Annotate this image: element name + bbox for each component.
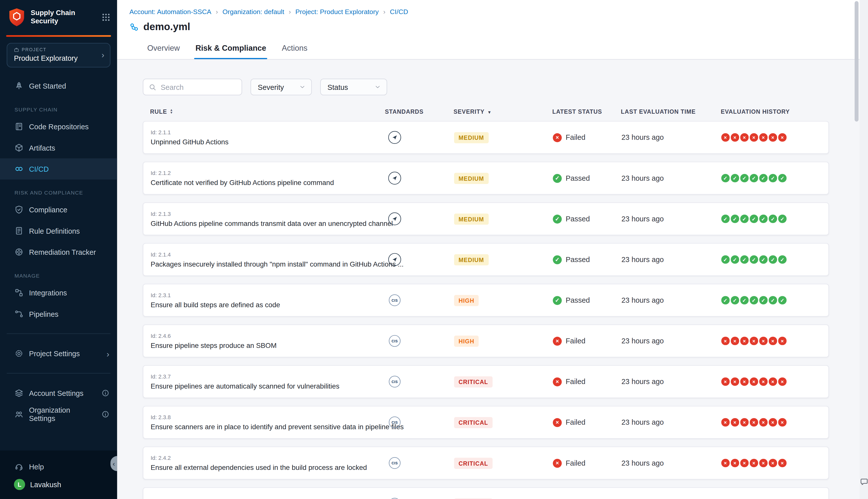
sidebar-item-artifacts[interactable]: Artifacts bbox=[0, 137, 117, 158]
history-pass-icon: ✓ bbox=[750, 215, 758, 223]
sidebar-item-code-repositories[interactable]: Code Repositories bbox=[0, 116, 117, 137]
sidebar-item-pipelines[interactable]: Pipelines bbox=[0, 303, 117, 324]
sidebar-item-help[interactable]: Help bbox=[0, 458, 117, 476]
sidebar-item-ci-cd[interactable]: CI/CD bbox=[0, 158, 117, 180]
pipelines-icon bbox=[14, 309, 24, 318]
table-row[interactable]: Id: 2.3.8 Ensure scanners are in place t… bbox=[143, 406, 829, 439]
sort-icon bbox=[170, 109, 173, 114]
sidebar-item-account-settings[interactable]: Account Settings bbox=[0, 382, 117, 404]
history-pass-icon: ✓ bbox=[778, 256, 786, 264]
failed-icon: × bbox=[553, 336, 562, 345]
breadcrumb-link[interactable]: CI/CD bbox=[390, 8, 408, 15]
history-pass-icon: ✓ bbox=[721, 296, 730, 304]
history-pass-icon: ✓ bbox=[759, 296, 767, 304]
history-fail-icon: × bbox=[778, 378, 786, 386]
rule-id: Id: 2.4.2 bbox=[151, 454, 386, 461]
sort-desc-icon bbox=[487, 108, 492, 115]
column-header-rule[interactable]: RULE bbox=[150, 108, 385, 115]
history-pass-icon: ✓ bbox=[759, 174, 767, 182]
history-fail-icon: × bbox=[750, 459, 758, 467]
sidebar-item-rule-definitions[interactable]: Rule Definitions bbox=[0, 220, 117, 241]
search-box bbox=[143, 78, 242, 95]
last-evaluation-time: 23 hours ago bbox=[622, 133, 721, 142]
severity-badge: MEDIUM bbox=[454, 132, 489, 143]
table-row[interactable]: Id: 2.1.2 Certificate not verified by Gi… bbox=[143, 162, 829, 195]
evaluation-history: ✓✓✓✓✓✓✓ bbox=[721, 256, 828, 264]
user-menu[interactable]: L Lavakush bbox=[0, 476, 117, 494]
status-label: Passed bbox=[566, 296, 590, 304]
history-fail-icon: × bbox=[721, 459, 730, 467]
table-row[interactable]: Id: 2.1.3 GitHub Actions pipeline comman… bbox=[143, 202, 829, 235]
evaluation-history: ××××××× bbox=[721, 378, 828, 386]
severity-filter-dropdown[interactable]: Severity bbox=[250, 78, 312, 95]
github-actions-standard-icon bbox=[388, 253, 401, 266]
cicd-icon bbox=[14, 165, 24, 173]
rule-name: Unpinned GitHub Actions bbox=[151, 138, 386, 146]
table-row[interactable]: Id: 2.3.7 Ensure pipelines are automatic… bbox=[143, 365, 829, 398]
title-row: demo.yml bbox=[129, 20, 868, 33]
table-header: RULESTANDARDSSEVERITYLATEST STATUSLAST E… bbox=[143, 108, 829, 115]
breadcrumb-link[interactable]: Account: Automation-SSCA bbox=[129, 8, 211, 15]
module-switcher-icon[interactable] bbox=[101, 13, 110, 22]
risk-compliance-panel: Severity Status RULESTANDARDSSEVERITYLAT… bbox=[117, 60, 868, 499]
evaluation-history: ××××××× bbox=[721, 418, 828, 426]
failed-icon: × bbox=[553, 459, 562, 467]
avatar: L bbox=[14, 479, 25, 490]
history-pass-icon: ✓ bbox=[740, 174, 748, 182]
paper-plane-icon bbox=[391, 134, 398, 140]
sidebar-item-organization-settings[interactable]: Organization Settings bbox=[0, 404, 117, 425]
evaluation-history: ✓✓✓✓✓✓✓ bbox=[721, 296, 828, 304]
last-evaluation-time: 23 hours ago bbox=[622, 337, 721, 345]
filter-bar: Severity Status bbox=[143, 78, 868, 95]
table-row[interactable]: Id: 2.4.2 Ensure all external dependenci… bbox=[143, 447, 829, 479]
passed-icon: ✓ bbox=[553, 296, 562, 305]
chat-support-icon[interactable] bbox=[860, 478, 868, 485]
project-selector[interactable]: PROJECT Product Exploratory › bbox=[7, 43, 110, 68]
table-row[interactable]: Id: 2.3.1 Ensure all build steps are def… bbox=[143, 284, 829, 317]
vertical-scrollbar[interactable] bbox=[855, 1, 859, 121]
sidebar-item-integrations[interactable]: Integrations bbox=[0, 282, 117, 303]
rule-name: Ensure pipelines are automatically scann… bbox=[151, 382, 386, 390]
table-row[interactable]: Id: 2.1.4 Packages insecurely installed … bbox=[143, 243, 829, 276]
history-fail-icon: × bbox=[731, 337, 739, 345]
integrations-icon bbox=[14, 288, 24, 297]
history-fail-icon: × bbox=[769, 133, 777, 141]
app-logo[interactable]: Supply Chain Security bbox=[0, 0, 117, 31]
sidebar-admin: Account Settings Organization Settings bbox=[0, 382, 117, 425]
paper-plane-icon bbox=[391, 257, 398, 263]
table-row[interactable]: Id: 3.1.7 CIS CRITICAL × Failed 23 hours… bbox=[143, 487, 829, 499]
breadcrumb-link[interactable]: Organization: default bbox=[222, 8, 284, 15]
sidebar-item-compliance[interactable]: Compliance bbox=[0, 199, 117, 220]
evaluation-history: ✓✓✓✓✓✓✓ bbox=[721, 174, 828, 182]
sidebar-item-project-settings[interactable]: Project Settings › bbox=[0, 343, 117, 364]
status-filter-dropdown[interactable]: Status bbox=[320, 78, 387, 95]
history-fail-icon: × bbox=[731, 418, 739, 426]
evaluation-history: ××××××× bbox=[721, 337, 828, 345]
tab-overview[interactable]: Overview bbox=[146, 44, 181, 59]
tab-risk-compliance[interactable]: Risk & Compliance bbox=[194, 44, 267, 59]
column-header-latest-status: LATEST STATUS bbox=[552, 108, 621, 115]
breadcrumb-separator: › bbox=[289, 8, 291, 15]
evaluation-history: ××××××× bbox=[721, 459, 828, 467]
search-input[interactable] bbox=[161, 83, 236, 91]
compliance-icon bbox=[14, 205, 24, 214]
history-pass-icon: ✓ bbox=[721, 215, 730, 223]
history-pass-icon: ✓ bbox=[750, 256, 758, 264]
cis-standard-icon: CIS bbox=[389, 335, 401, 347]
table-row[interactable]: Id: 2.4.6 Ensure pipeline steps produce … bbox=[143, 325, 829, 357]
github-actions-standard-icon bbox=[388, 212, 401, 225]
sidebar-item-remediation-tracker[interactable]: Remediation Tracker bbox=[0, 242, 117, 263]
evaluation-history: ✓✓✓✓✓✓✓ bbox=[721, 215, 828, 223]
breadcrumb-link[interactable]: Project: Product Exploratory bbox=[296, 8, 379, 15]
paper-plane-icon bbox=[391, 216, 398, 222]
last-evaluation-time: 23 hours ago bbox=[622, 255, 721, 264]
severity-badge: MEDIUM bbox=[454, 172, 489, 183]
history-fail-icon: × bbox=[740, 459, 748, 467]
passed-icon: ✓ bbox=[553, 214, 562, 223]
column-header-severity[interactable]: SEVERITY bbox=[454, 108, 552, 115]
page-header: Account: Automation-SSCA›Organization: d… bbox=[117, 0, 868, 60]
tab-actions[interactable]: Actions bbox=[281, 44, 309, 59]
table-row[interactable]: Id: 2.1.1 Unpinned GitHub Actions MEDIUM… bbox=[143, 121, 829, 154]
column-header-last-evaluation-time: LAST EVALUATION TIME bbox=[621, 108, 721, 115]
sidebar-item-get-started[interactable]: Get Started bbox=[0, 75, 117, 96]
